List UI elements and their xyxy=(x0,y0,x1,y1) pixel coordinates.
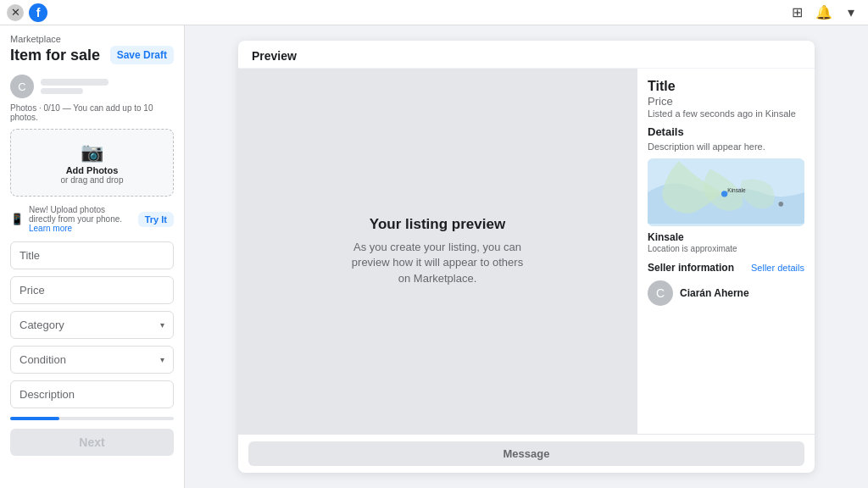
mobile-upload-row: 📱 New! Upload photos directly from your … xyxy=(0,200,184,238)
top-bar: ✕ f ⊞ 🔔 ▾ xyxy=(0,0,868,25)
message-button[interactable]: Message xyxy=(248,441,804,466)
price-input[interactable] xyxy=(10,276,174,304)
preview-item-listed: Listed a few seconds ago in Kinsale xyxy=(648,108,804,119)
user-name-placeholder xyxy=(41,79,108,86)
category-dropdown[interactable]: Category ▾ xyxy=(10,311,174,339)
seller-header-row: Seller information Seller details xyxy=(648,262,804,274)
bell-icon[interactable]: 🔔 xyxy=(814,3,834,23)
svg-point-3 xyxy=(778,202,783,207)
mobile-upload-label: New! Upload photos directly from your ph… xyxy=(29,205,122,224)
condition-chevron-icon: ▾ xyxy=(160,355,164,364)
seller-details-link[interactable]: Seller details xyxy=(751,263,804,273)
photo-upload-area[interactable]: 📷 Add Photos or drag and drop xyxy=(10,129,174,197)
account-chevron-icon[interactable]: ▾ xyxy=(841,3,861,23)
title-input[interactable] xyxy=(10,241,174,269)
close-button[interactable]: ✕ xyxy=(7,4,24,21)
preview-item-price: Price xyxy=(648,95,804,108)
category-chevron-icon: ▾ xyxy=(160,320,164,330)
svg-text:Kinsale: Kinsale xyxy=(727,187,746,193)
preview-empty-subtitle: As you create your listing, you can prev… xyxy=(344,240,531,286)
preview-card: Preview Your listing preview As you crea… xyxy=(238,41,815,473)
next-button[interactable]: Next xyxy=(10,429,174,456)
avatar: C xyxy=(10,75,34,98)
user-row: C xyxy=(0,68,184,102)
progress-bar-container xyxy=(10,417,174,420)
grid-icon[interactable]: ⊞ xyxy=(787,3,807,23)
condition-label: Condition xyxy=(19,353,66,366)
top-bar-left: ✕ f xyxy=(7,3,47,22)
seller-info-row: C Ciarán Aherne xyxy=(648,280,804,306)
main-layout: Marketplace Item for sale Save Draft C P… xyxy=(0,25,868,488)
preview-map: Kinsale xyxy=(648,158,804,226)
seller-name: Ciarán Aherne xyxy=(680,287,749,299)
sidebar: Marketplace Item for sale Save Draft C P… xyxy=(0,25,185,488)
svg-point-1 xyxy=(721,191,727,197)
preview-card-body: Your listing preview As you create your … xyxy=(238,69,815,434)
sidebar-header: Marketplace Item for sale Save Draft xyxy=(0,25,184,68)
preview-item-title: Title xyxy=(648,79,804,94)
facebook-logo: f xyxy=(29,3,47,22)
photos-label: Photos · 0/10 — You can add up to 10 pho… xyxy=(0,102,184,125)
category-label: Category xyxy=(19,319,64,331)
learn-more-link[interactable]: Learn more xyxy=(29,224,72,233)
upload-label: Add Photos xyxy=(66,165,119,175)
preview-pane: Preview Your listing preview As you crea… xyxy=(185,25,868,488)
preview-details-section-title: Details xyxy=(648,125,804,138)
sidebar-title-row: Item for sale Save Draft xyxy=(10,46,174,64)
map-svg: Kinsale xyxy=(648,158,804,226)
preview-description-text: Description will appear here. xyxy=(648,141,804,152)
preview-empty-title: Your listing preview xyxy=(370,216,505,233)
preview-details-panel: Title Price Listed a few seconds ago in … xyxy=(637,69,815,434)
preview-header: Preview xyxy=(238,41,815,69)
camera-icon: 📷 xyxy=(81,141,103,164)
user-sub-placeholder xyxy=(41,88,83,94)
preview-card-footer: Message xyxy=(238,434,815,473)
seller-section-title: Seller information xyxy=(648,262,734,274)
seller-avatar: C xyxy=(648,280,673,306)
save-draft-button[interactable]: Save Draft xyxy=(110,46,174,64)
try-it-button[interactable]: Try It xyxy=(138,212,174,227)
condition-dropdown[interactable]: Condition ▾ xyxy=(10,346,174,374)
user-info xyxy=(41,79,108,94)
preview-empty-state: Your listing preview As you create your … xyxy=(238,69,637,434)
breadcrumb: Marketplace xyxy=(10,34,174,44)
mobile-upload-text: New! Upload photos directly from your ph… xyxy=(29,205,133,233)
upload-sublabel: or drag and drop xyxy=(61,175,124,185)
page-title: Item for sale xyxy=(10,47,100,64)
preview-location-approx: Location is approximate xyxy=(648,244,804,253)
preview-city-name: Kinsale xyxy=(648,231,804,243)
progress-bar-fill xyxy=(10,417,59,420)
top-bar-right: ⊞ 🔔 ▾ xyxy=(787,3,861,23)
description-input[interactable] xyxy=(10,380,174,408)
mobile-icon: 📱 xyxy=(10,213,24,225)
